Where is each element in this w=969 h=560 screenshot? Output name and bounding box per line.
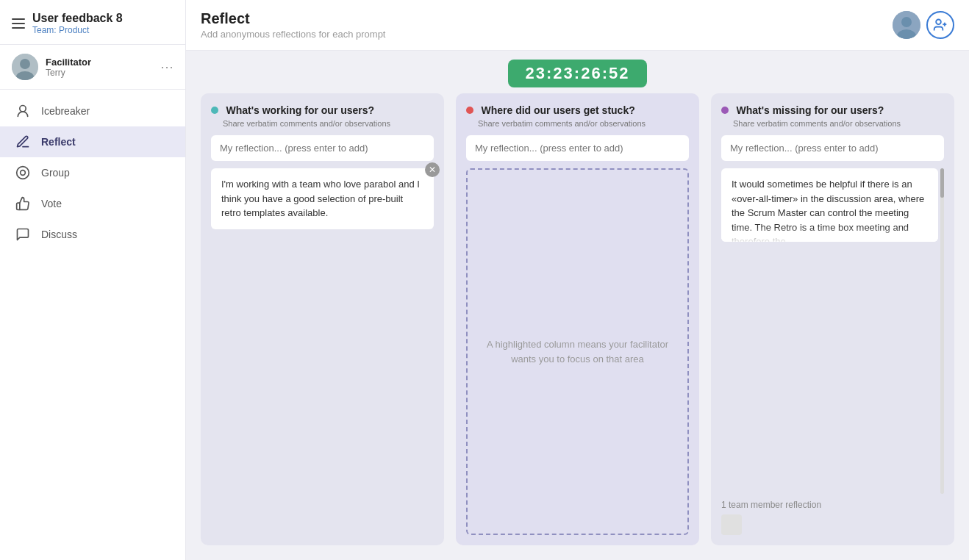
scrollbar-track[interactable] bbox=[940, 168, 944, 494]
facilitator-info: Facilitator Terry bbox=[46, 57, 153, 78]
column-stuck-title: Where did our users get stuck? bbox=[481, 104, 634, 116]
col3-card-wrapper: It would sometimes be helpful if there i… bbox=[721, 168, 944, 494]
svg-point-7 bbox=[901, 17, 912, 27]
column-missing-title-row: What's missing for our users? bbox=[721, 104, 944, 117]
card-text: I'm working with a team who love parabol… bbox=[221, 179, 420, 218]
reflection-input-working[interactable] bbox=[211, 135, 434, 161]
sidebar-item-discuss[interactable]: Discuss bbox=[0, 219, 185, 250]
highlighted-placeholder: A highlighted column means your facilita… bbox=[466, 168, 689, 535]
team-member-reflection-label: 1 team member reflection bbox=[721, 500, 944, 510]
scrollbar-thumb bbox=[940, 168, 944, 198]
icebreaker-icon bbox=[15, 103, 31, 119]
sidebar-item-vote[interactable]: Vote bbox=[0, 188, 185, 219]
column-working-subtitle: Share verbatim comments and/or observati… bbox=[223, 119, 434, 128]
reflection-input-missing[interactable] bbox=[721, 135, 944, 161]
main-header-left: Reflect Add anonymous reflections for ea… bbox=[201, 10, 385, 40]
column-dot-stuck bbox=[466, 107, 473, 114]
column-working-title-row: What's working for our users? bbox=[211, 104, 434, 117]
reflection-card-scrollable: It would sometimes be helpful if there i… bbox=[721, 168, 938, 242]
highlighted-text: A highlighted column means your facilita… bbox=[478, 337, 677, 366]
avatar bbox=[12, 54, 38, 80]
column-missing: What's missing for our users? Share verb… bbox=[711, 93, 954, 545]
svg-point-9 bbox=[936, 20, 941, 25]
header-right bbox=[893, 11, 954, 39]
column-dot-working bbox=[211, 107, 218, 114]
sidebar-item-label: Discuss bbox=[41, 229, 77, 240]
timer-badge: 23:23:26:52 bbox=[508, 60, 648, 87]
column-missing-subtitle: Share verbatim comments and/or observati… bbox=[733, 119, 944, 128]
reflection-input-stuck[interactable] bbox=[466, 135, 689, 161]
add-user-button[interactable] bbox=[926, 11, 954, 39]
user-avatar bbox=[893, 11, 920, 39]
column-missing-header: What's missing for our users? Share verb… bbox=[721, 104, 944, 128]
vote-icon bbox=[15, 195, 31, 212]
card-close-button[interactable]: ✕ bbox=[425, 162, 440, 177]
sidebar-item-reflect[interactable]: Reflect bbox=[0, 126, 185, 157]
reflection-card: ✕ I'm working with a team who love parab… bbox=[211, 168, 434, 229]
sidebar-item-label: Group bbox=[41, 167, 70, 179]
sidebar-item-label: Reflect bbox=[41, 136, 76, 148]
svg-point-1 bbox=[20, 59, 30, 69]
sidebar: User feedback 8 Team: Product Facilitato… bbox=[0, 0, 186, 560]
discuss-icon bbox=[15, 226, 31, 243]
svg-point-4 bbox=[17, 167, 29, 179]
svg-point-3 bbox=[20, 106, 26, 112]
column-stuck-header: Where did our users get stuck? Share ver… bbox=[466, 104, 689, 128]
svg-point-5 bbox=[21, 170, 26, 176]
sidebar-team: Team: Product bbox=[32, 25, 123, 35]
facilitator-menu-icon[interactable]: ⋯ bbox=[160, 60, 174, 73]
reflect-icon bbox=[15, 134, 31, 150]
column-stuck: Where did our users get stuck? Share ver… bbox=[456, 93, 699, 545]
nav-items: Icebreaker Reflect Group bbox=[0, 90, 185, 560]
card-text: It would sometimes be helpful if there i… bbox=[732, 179, 924, 242]
team-member-avatar bbox=[721, 514, 742, 535]
facilitator-block: Facilitator Terry ⋯ bbox=[0, 45, 185, 90]
main-header: Reflect Add anonymous reflections for ea… bbox=[186, 0, 969, 51]
sidebar-title-block: User feedback 8 Team: Product bbox=[32, 12, 123, 35]
timer-bar: 23:23:26:52 bbox=[186, 51, 969, 93]
main: Reflect Add anonymous reflections for ea… bbox=[186, 0, 969, 560]
group-icon bbox=[15, 165, 31, 181]
sidebar-header: User feedback 8 Team: Product bbox=[0, 0, 185, 45]
column-working-title: What's working for our users? bbox=[226, 104, 374, 116]
sidebar-item-label: Vote bbox=[41, 198, 62, 209]
column-missing-title: What's missing for our users? bbox=[736, 104, 884, 116]
facilitator-label: Facilitator bbox=[46, 57, 153, 68]
sidebar-title: User feedback 8 bbox=[32, 12, 123, 25]
sidebar-item-icebreaker[interactable]: Icebreaker bbox=[0, 96, 185, 126]
hamburger-icon[interactable] bbox=[12, 18, 25, 29]
column-working-header: What's working for our users? Share verb… bbox=[211, 104, 434, 128]
page-title: Reflect bbox=[201, 10, 385, 27]
facilitator-name: Terry bbox=[46, 68, 153, 78]
columns-area: What's working for our users? Share verb… bbox=[186, 93, 969, 560]
column-dot-missing bbox=[721, 107, 729, 114]
sidebar-item-label: Icebreaker bbox=[41, 105, 90, 117]
column-working: What's working for our users? Share verb… bbox=[201, 93, 444, 545]
page-subtitle: Add anonymous reflections for each promp… bbox=[201, 29, 385, 40]
column-stuck-subtitle: Share verbatim comments and/or observati… bbox=[478, 119, 689, 128]
sidebar-item-group[interactable]: Group bbox=[0, 157, 185, 188]
column-stuck-title-row: Where did our users get stuck? bbox=[466, 104, 689, 117]
